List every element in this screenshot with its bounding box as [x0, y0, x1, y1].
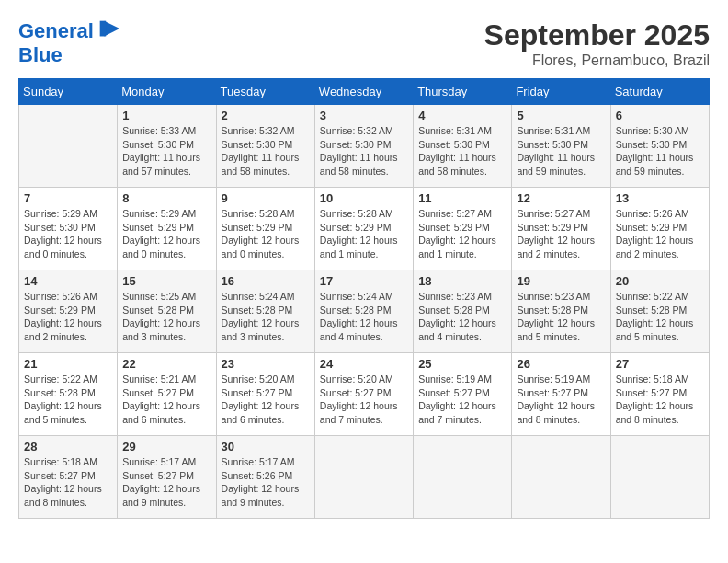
- day-number: 7: [24, 191, 112, 205]
- day-number: 19: [517, 274, 605, 288]
- calendar-cell: [19, 105, 118, 188]
- calendar-cell: 19Sunrise: 5:23 AM Sunset: 5:28 PM Dayli…: [512, 270, 610, 353]
- day-number: 30: [222, 440, 310, 454]
- calendar-week-2: 7Sunrise: 5:29 AM Sunset: 5:30 PM Daylig…: [19, 188, 710, 270]
- calendar-week-4: 21Sunrise: 5:22 AM Sunset: 5:28 PM Dayli…: [19, 353, 710, 436]
- day-info: Sunrise: 5:27 AM Sunset: 5:29 PM Dayligh…: [418, 207, 506, 261]
- day-info: Sunrise: 5:30 AM Sunset: 5:30 PM Dayligh…: [616, 124, 704, 178]
- calendar-cell: [314, 436, 413, 519]
- title-block: September 2025 Flores, Pernambuco, Brazi…: [484, 18, 710, 69]
- day-number: 26: [517, 357, 605, 371]
- calendar-cell: [512, 436, 610, 519]
- calendar-body: 1Sunrise: 5:33 AM Sunset: 5:30 PM Daylig…: [19, 105, 710, 519]
- calendar-week-5: 28Sunrise: 5:18 AM Sunset: 5:27 PM Dayli…: [19, 436, 710, 519]
- calendar-cell: 5Sunrise: 5:31 AM Sunset: 5:30 PM Daylig…: [512, 105, 610, 188]
- logo-line1: General: [18, 19, 94, 42]
- calendar-table: Sunday Monday Tuesday Wednesday Thursday…: [18, 78, 710, 519]
- calendar-cell: 16Sunrise: 5:24 AM Sunset: 5:28 PM Dayli…: [216, 270, 314, 353]
- day-number: 13: [616, 191, 704, 205]
- calendar-cell: 18Sunrise: 5:23 AM Sunset: 5:28 PM Dayli…: [414, 270, 512, 353]
- day-info: Sunrise: 5:26 AM Sunset: 5:29 PM Dayligh…: [616, 207, 704, 261]
- day-number: 23: [222, 357, 310, 371]
- logo: General Blue: [18, 18, 121, 66]
- day-info: Sunrise: 5:19 AM Sunset: 5:27 PM Dayligh…: [517, 373, 605, 427]
- day-info: Sunrise: 5:29 AM Sunset: 5:29 PM Dayligh…: [122, 207, 210, 261]
- col-friday: Friday: [512, 79, 610, 105]
- day-number: 18: [418, 274, 506, 288]
- calendar-cell: 28Sunrise: 5:18 AM Sunset: 5:27 PM Dayli…: [19, 436, 118, 519]
- day-info: Sunrise: 5:21 AM Sunset: 5:27 PM Dayligh…: [122, 373, 210, 427]
- calendar-cell: 14Sunrise: 5:26 AM Sunset: 5:29 PM Dayli…: [19, 270, 118, 353]
- calendar-cell: 21Sunrise: 5:22 AM Sunset: 5:28 PM Dayli…: [19, 353, 118, 436]
- day-info: Sunrise: 5:18 AM Sunset: 5:27 PM Dayligh…: [616, 373, 704, 427]
- day-info: Sunrise: 5:27 AM Sunset: 5:29 PM Dayligh…: [517, 207, 605, 261]
- day-info: Sunrise: 5:29 AM Sunset: 5:30 PM Dayligh…: [24, 207, 112, 261]
- day-info: Sunrise: 5:17 AM Sunset: 5:26 PM Dayligh…: [222, 455, 310, 510]
- day-info: Sunrise: 5:18 AM Sunset: 5:27 PM Dayligh…: [24, 455, 112, 510]
- day-info: Sunrise: 5:26 AM Sunset: 5:29 PM Dayligh…: [24, 290, 112, 344]
- day-number: 14: [24, 274, 112, 288]
- day-number: 20: [616, 274, 704, 288]
- svg-marker-0: [104, 21, 119, 37]
- calendar-cell: 27Sunrise: 5:18 AM Sunset: 5:27 PM Dayli…: [610, 353, 709, 436]
- day-info: Sunrise: 5:24 AM Sunset: 5:28 PM Dayligh…: [320, 290, 408, 344]
- calendar-cell: [610, 436, 709, 519]
- day-number: 10: [320, 191, 408, 205]
- day-number: 22: [122, 357, 210, 371]
- day-info: Sunrise: 5:22 AM Sunset: 5:28 PM Dayligh…: [24, 373, 112, 427]
- calendar-cell: 20Sunrise: 5:22 AM Sunset: 5:28 PM Dayli…: [610, 270, 709, 353]
- col-tuesday: Tuesday: [216, 79, 314, 105]
- calendar-cell: 25Sunrise: 5:19 AM Sunset: 5:27 PM Dayli…: [414, 353, 512, 436]
- calendar-cell: 22Sunrise: 5:21 AM Sunset: 5:27 PM Dayli…: [118, 353, 216, 436]
- calendar-cell: 1Sunrise: 5:33 AM Sunset: 5:30 PM Daylig…: [118, 105, 216, 188]
- calendar-cell: 23Sunrise: 5:20 AM Sunset: 5:27 PM Dayli…: [216, 353, 314, 436]
- day-number: 8: [122, 191, 210, 205]
- col-wednesday: Wednesday: [314, 79, 413, 105]
- day-info: Sunrise: 5:23 AM Sunset: 5:28 PM Dayligh…: [517, 290, 605, 344]
- calendar-cell: 8Sunrise: 5:29 AM Sunset: 5:29 PM Daylig…: [118, 188, 216, 270]
- calendar-cell: 9Sunrise: 5:28 AM Sunset: 5:29 PM Daylig…: [216, 188, 314, 270]
- calendar-cell: 13Sunrise: 5:26 AM Sunset: 5:29 PM Dayli…: [610, 188, 709, 270]
- col-thursday: Thursday: [414, 79, 512, 105]
- day-info: Sunrise: 5:23 AM Sunset: 5:28 PM Dayligh…: [418, 290, 506, 344]
- col-sunday: Sunday: [19, 79, 118, 105]
- calendar-cell: 15Sunrise: 5:25 AM Sunset: 5:28 PM Dayli…: [118, 270, 216, 353]
- calendar-cell: 29Sunrise: 5:17 AM Sunset: 5:27 PM Dayli…: [118, 436, 216, 519]
- header-row: Sunday Monday Tuesday Wednesday Thursday…: [19, 79, 710, 105]
- day-number: 5: [517, 109, 605, 122]
- day-number: 21: [24, 357, 112, 371]
- day-info: Sunrise: 5:32 AM Sunset: 5:30 PM Dayligh…: [222, 124, 310, 178]
- day-number: 12: [517, 191, 605, 205]
- calendar-cell: 6Sunrise: 5:30 AM Sunset: 5:30 PM Daylig…: [610, 105, 709, 188]
- calendar-cell: 26Sunrise: 5:19 AM Sunset: 5:27 PM Dayli…: [512, 353, 610, 436]
- day-number: 29: [122, 440, 210, 454]
- day-info: Sunrise: 5:32 AM Sunset: 5:30 PM Dayligh…: [320, 124, 408, 178]
- calendar-cell: 24Sunrise: 5:20 AM Sunset: 5:27 PM Dayli…: [314, 353, 413, 436]
- calendar-cell: 17Sunrise: 5:24 AM Sunset: 5:28 PM Dayli…: [314, 270, 413, 353]
- day-number: 9: [222, 191, 310, 205]
- calendar-cell: 30Sunrise: 5:17 AM Sunset: 5:26 PM Dayli…: [216, 436, 314, 519]
- day-info: Sunrise: 5:25 AM Sunset: 5:28 PM Dayligh…: [122, 290, 210, 344]
- day-number: 28: [24, 440, 112, 454]
- calendar-cell: 7Sunrise: 5:29 AM Sunset: 5:30 PM Daylig…: [19, 188, 118, 270]
- calendar-cell: 10Sunrise: 5:28 AM Sunset: 5:29 PM Dayli…: [314, 188, 413, 270]
- month-title: September 2025: [484, 18, 710, 52]
- day-info: Sunrise: 5:20 AM Sunset: 5:27 PM Dayligh…: [222, 373, 310, 427]
- calendar-week-1: 1Sunrise: 5:33 AM Sunset: 5:30 PM Daylig…: [19, 105, 710, 188]
- logo-icon: [96, 17, 121, 42]
- calendar-cell: 3Sunrise: 5:32 AM Sunset: 5:30 PM Daylig…: [314, 105, 413, 188]
- day-info: Sunrise: 5:33 AM Sunset: 5:30 PM Dayligh…: [122, 124, 210, 178]
- day-info: Sunrise: 5:28 AM Sunset: 5:29 PM Dayligh…: [222, 207, 310, 261]
- day-number: 6: [616, 109, 704, 122]
- calendar-cell: 4Sunrise: 5:31 AM Sunset: 5:30 PM Daylig…: [414, 105, 512, 188]
- calendar-cell: 11Sunrise: 5:27 AM Sunset: 5:29 PM Dayli…: [414, 188, 512, 270]
- day-number: 27: [616, 357, 704, 371]
- day-info: Sunrise: 5:22 AM Sunset: 5:28 PM Dayligh…: [616, 290, 704, 344]
- day-info: Sunrise: 5:24 AM Sunset: 5:28 PM Dayligh…: [222, 290, 310, 344]
- day-number: 1: [122, 109, 210, 122]
- page-header: General Blue September 2025 Flores, Pern…: [18, 18, 710, 69]
- calendar-header: Sunday Monday Tuesday Wednesday Thursday…: [19, 79, 710, 105]
- day-number: 2: [222, 109, 310, 122]
- day-number: 3: [320, 109, 408, 122]
- col-monday: Monday: [118, 79, 216, 105]
